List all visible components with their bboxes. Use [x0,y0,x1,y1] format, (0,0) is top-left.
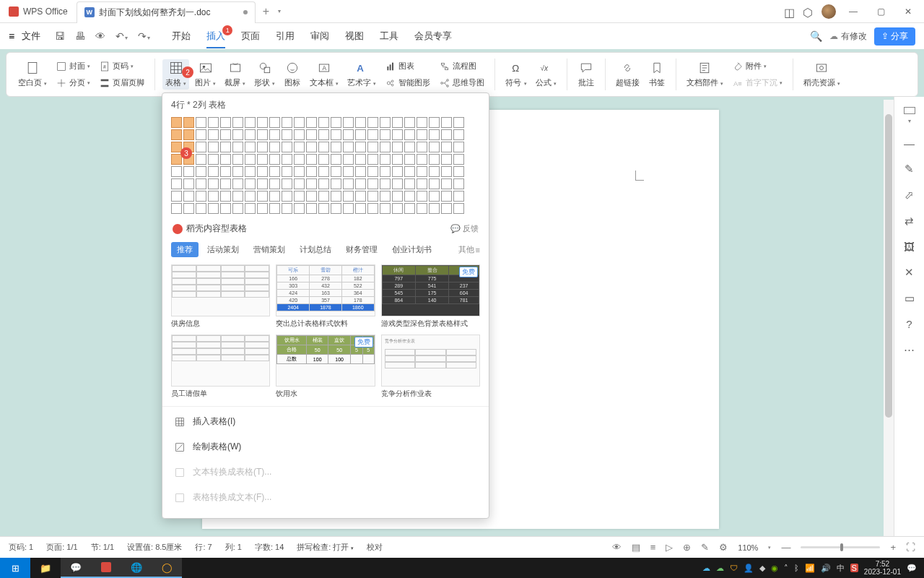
grid-cell[interactable] [453,191,464,202]
tab-reference[interactable]: 引用 [276,30,295,43]
grid-cell[interactable] [220,166,231,177]
transform-icon[interactable]: ⇄ [905,215,914,228]
template-item-3[interactable]: 免费休闲整合797775289541237545175604864140781 … [381,264,480,329]
grid-cell[interactable] [232,117,243,128]
attachment-button[interactable]: 附件▾ [729,59,785,74]
wordart-button[interactable]: A艺术字 ▾ [344,59,379,90]
grid-cell[interactable] [380,117,391,128]
maximize-button[interactable]: ▢ [871,1,891,22]
zoom-slider[interactable] [801,546,880,548]
grid-cell[interactable] [318,166,329,177]
grid-cell[interactable] [257,154,268,165]
comment-button[interactable]: 批注 [575,59,598,90]
search-icon[interactable]: 🔍 [810,30,822,42]
grid-cell[interactable] [417,117,427,128]
grid-cell[interactable] [367,129,378,140]
grid-cell[interactable] [245,203,256,214]
grid-cell[interactable] [257,129,268,140]
grid-cell[interactable] [453,203,464,214]
page-view-icon[interactable]: ▤ [632,542,640,553]
grid-cell[interactable] [208,142,219,152]
template-item-4[interactable]: 员工请假单 [171,335,270,399]
template-item-1[interactable]: 供房信息 [171,264,270,329]
grid-cell[interactable] [245,178,256,189]
sidebar-toggle-icon[interactable]: ◫ [784,6,796,17]
redo-icon[interactable]: ↷▾ [136,29,152,43]
grid-cell[interactable] [392,178,403,189]
grid-cell[interactable] [294,203,305,214]
grid-cell[interactable] [441,203,452,214]
grid-cell[interactable] [269,178,280,189]
grid-cell[interactable] [245,154,256,165]
grid-cell[interactable] [282,203,292,214]
tray-shield-icon[interactable]: 🛡 [730,564,738,572]
print-icon[interactable]: 🖶 [74,29,87,43]
grid-cell[interactable] [367,178,378,189]
grid-cell[interactable] [318,142,329,152]
edit-pencil-icon[interactable]: ✎ [905,163,914,176]
outline-view-icon[interactable]: ≡ [650,542,656,553]
tab-start[interactable]: 开始 [172,30,191,43]
template-item-6[interactable]: 竞争分析作业表 竞争分析作业表 [381,335,480,399]
grid-cell[interactable] [306,129,317,140]
grid-cell[interactable] [380,203,391,214]
task-wps[interactable] [91,558,121,578]
grid-cell[interactable] [343,129,354,140]
status-page[interactable]: 页面: 1/1 [46,542,77,553]
grid-cell[interactable] [404,117,415,128]
grid-cell[interactable] [171,117,182,128]
grid-cell[interactable] [453,142,464,152]
grid-cell[interactable] [429,166,440,177]
grid-cell[interactable] [232,166,243,177]
tray-cloud-icon[interactable]: ☁ [716,564,724,573]
grid-cell[interactable] [208,129,219,140]
grid-cell[interactable] [196,166,206,177]
grid-cell[interactable] [282,178,292,189]
select-arrow-icon[interactable]: ⬀ [905,189,914,202]
chart-button[interactable]: 图表 [382,59,433,74]
grid-cell[interactable] [245,117,256,128]
grid-cell[interactable] [417,203,427,214]
grid-size-picker[interactable] [162,117,489,215]
grid-cell[interactable] [367,154,378,165]
grid-cell[interactable] [441,178,452,189]
grid-cell[interactable] [417,154,427,165]
grid-cell[interactable] [183,203,194,214]
tab-view[interactable]: 视图 [345,30,364,43]
bookmark-button[interactable]: 书签 [645,59,668,90]
tpl-tab-recommend[interactable]: 推荐 [171,242,199,257]
start-button[interactable]: ⊞ [0,558,30,578]
grid-cell[interactable] [429,117,440,128]
grid-cell[interactable] [367,117,378,128]
grid-cell[interactable] [453,129,464,140]
grid-cell[interactable] [306,203,317,214]
grid-cell[interactable] [367,203,378,214]
help-icon[interactable]: ? [906,318,912,330]
grid-cell[interactable] [355,166,366,177]
grid-cell[interactable] [306,166,317,177]
grid-cell[interactable] [343,203,354,214]
grid-cell[interactable] [196,129,206,140]
task-app[interactable]: ◯ [152,558,182,578]
tray-ime-lang[interactable]: 中 [837,563,845,574]
zoom-out-icon[interactable]: — [781,542,790,553]
vertical-scrollbar[interactable] [884,100,894,536]
tray-user-icon[interactable]: 👤 [744,564,754,573]
grid-cell[interactable] [245,191,256,202]
grid-cell[interactable] [306,142,317,152]
grid-cell[interactable] [183,166,194,177]
tpl-tab-marketing[interactable]: 营销策划 [248,242,291,257]
grid-cell[interactable] [318,178,329,189]
blank-page-button[interactable]: 空白页 ▾ [15,59,50,90]
grid-cell[interactable] [355,203,366,214]
grid-cell[interactable] [269,203,280,214]
grid-cell[interactable] [441,166,452,177]
tools-icon[interactable]: ✕ [905,266,914,279]
grid-cell[interactable] [208,203,219,214]
grid-cell[interactable] [392,142,403,152]
grid-cell[interactable] [196,142,206,152]
grid-cell[interactable] [171,203,182,214]
grid-cell[interactable] [453,154,464,165]
grid-cell[interactable] [232,129,243,140]
grid-cell[interactable] [380,178,391,189]
